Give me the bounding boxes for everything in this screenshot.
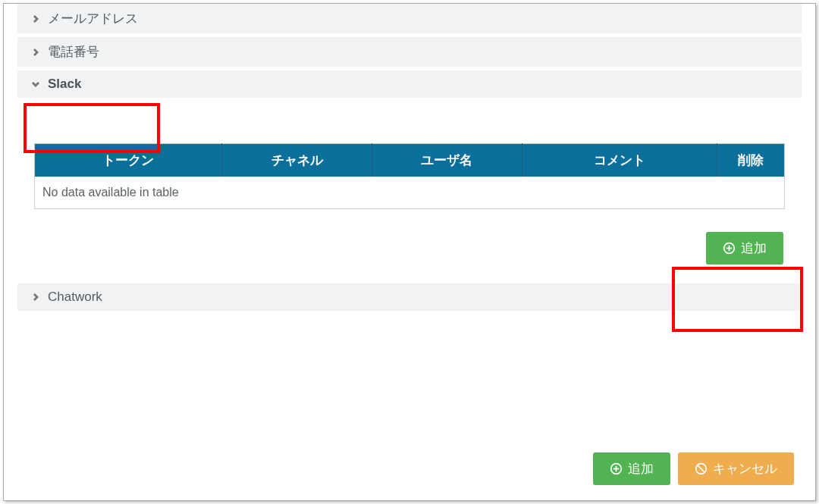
svg-line-7 [698,465,704,472]
footer-actions: 追加 キャンセル [593,452,794,485]
accordion-label: Slack [48,77,81,92]
table-header-row: トークン チャネル ユーザ名 コメント 削除 [35,144,785,177]
table-header-username: ユーザ名 [372,144,522,177]
accordion-label: 電話番号 [48,43,99,61]
chevron-down-icon [31,80,40,88]
slack-table: トークン チャネル ユーザ名 コメント 削除 No data available… [34,143,785,209]
accordion-item-chatwork[interactable]: Chatwork [17,283,802,311]
cancel-button[interactable]: キャンセル [678,452,794,485]
button-label: キャンセル [713,460,777,477]
button-label: 追加 [741,239,767,257]
chevron-right-icon [31,293,40,301]
accordion-label: Chatwork [48,290,102,305]
plus-circle-icon [610,462,623,475]
button-label: 追加 [628,460,654,477]
table-header-delete: 削除 [717,144,784,177]
table-empty-message: No data available in table [35,177,785,209]
plus-circle-icon [723,242,736,255]
table-header-channel: チャネル [222,144,372,177]
accordion-item-slack[interactable]: Slack [17,70,802,98]
cancel-circle-icon [695,462,708,475]
accordion-label: メールアドレス [48,10,138,27]
add-row-button[interactable]: 追加 [706,232,783,265]
table-row-empty: No data available in table [35,177,785,209]
chevron-right-icon [31,15,40,23]
add-button[interactable]: 追加 [593,452,670,485]
chevron-right-icon [31,49,40,56]
table-header-comment: コメント [522,144,717,177]
slack-panel: トークン チャネル ユーザ名 コメント 削除 No data available… [4,102,815,280]
table-header-token: トークン [35,144,222,177]
accordion-item-email[interactable]: メールアドレス [17,4,802,33]
accordion-item-phone[interactable]: 電話番号 [17,37,802,67]
